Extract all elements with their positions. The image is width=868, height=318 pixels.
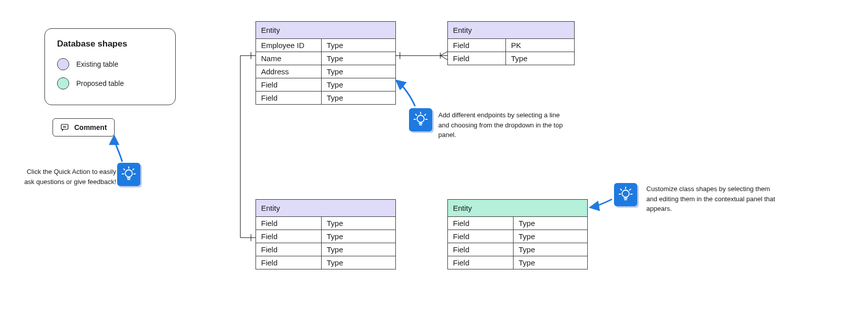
entity-field: Field [448,52,506,65]
entity-field: Field [256,78,322,92]
entity-field: Name [256,52,322,65]
lightbulb-tip-icon [117,163,140,186]
comment-icon: 99 [60,123,69,132]
entity-type: Type [322,78,395,92]
svg-rect-6 [614,183,637,206]
entity-type: Type [322,52,395,65]
entity-title[interactable]: Entity [448,200,587,217]
svg-rect-2 [117,163,140,186]
entity-type: Type [322,39,395,52]
tip-customize-shape: Customize class shapes by selecting them… [646,184,783,214]
legend-item-label: Proposed table [76,79,124,87]
entity-field: Field [256,92,322,104]
table-row[interactable]: FieldType [448,256,587,269]
entity-type: Type [514,256,587,269]
entity-table-1[interactable]: Entity Employee IDType NameType AddressT… [256,21,396,105]
tip-endpoints: Add different endpoints by selecting a l… [438,110,570,140]
svg-text:99: 99 [63,125,66,128]
entity-table-3[interactable]: Entity FieldType FieldType FieldType Fie… [256,199,396,269]
lightbulb-tip-icon [614,183,637,206]
legend-title: Database shapes [57,39,163,49]
entity-title[interactable]: Entity [256,22,395,39]
entity-field: Field [448,256,514,269]
entity-type: Type [322,243,395,256]
svg-rect-4 [409,108,432,131]
table-row[interactable]: FieldType [448,217,587,230]
table-row[interactable]: FieldType [448,52,574,65]
entity-field: Field [448,39,506,52]
swatch-proposed-icon [57,77,69,89]
table-row[interactable]: AddressType [256,65,395,78]
table-row[interactable]: FieldType [448,230,587,243]
entity-type: Type [514,243,587,256]
entity-type: Type [322,92,395,104]
entity-title[interactable]: Entity [448,22,574,39]
entity-type: Type [322,230,395,243]
entity-type: Type [514,217,587,230]
comment-button[interactable]: 99 Comment [53,118,115,137]
entity-field: Address [256,65,322,78]
legend-card: Database shapes Existing table Proposed … [44,28,176,105]
swatch-existing-icon [57,58,69,70]
entity-table-2[interactable]: Entity FieldPK FieldType [447,21,575,65]
table-row[interactable]: FieldType [256,256,395,269]
table-row[interactable]: FieldType [256,217,395,230]
table-row[interactable]: FieldPK [448,39,574,52]
entity-field: Employee ID [256,39,322,52]
table-row[interactable]: FieldType [448,243,587,256]
legend-item-existing: Existing table [57,58,163,70]
entity-type: Type [322,256,395,269]
entity-field: Field [448,217,514,230]
table-row[interactable]: NameType [256,52,395,65]
legend-item-proposed: Proposed table [57,77,163,89]
comment-button-label: Comment [74,123,107,131]
diagram-canvas[interactable]: Database shapes Existing table Proposed … [0,0,868,318]
table-row[interactable]: FieldType [256,92,395,104]
entity-type: PK [506,39,574,52]
table-row[interactable]: FieldType [256,78,395,92]
entity-field: Field [256,256,322,269]
entity-field: Field [448,243,514,256]
entity-title[interactable]: Entity [256,200,395,217]
entity-field: Field [448,230,514,243]
entity-type: Type [322,65,395,78]
tip-quick-action: Click the Quick Action to easily ask que… [15,167,116,187]
entity-field: Field [256,217,322,230]
entity-table-4[interactable]: Entity FieldType FieldType FieldType Fie… [447,199,588,269]
legend-item-label: Existing table [76,60,118,68]
entity-type: Type [506,52,574,65]
table-row[interactable]: FieldType [256,230,395,243]
entity-field: Field [256,230,322,243]
entity-type: Type [514,230,587,243]
entity-field: Field [256,243,322,256]
table-row[interactable]: Employee IDType [256,39,395,52]
table-row[interactable]: FieldType [256,243,395,256]
entity-type: Type [322,217,395,230]
lightbulb-tip-icon [409,108,432,131]
